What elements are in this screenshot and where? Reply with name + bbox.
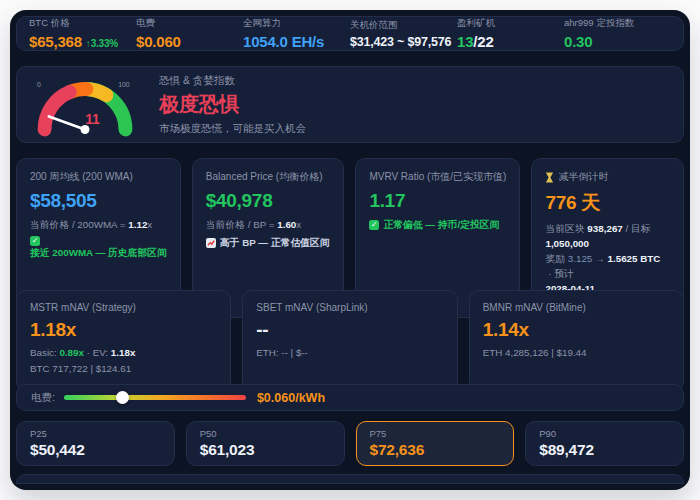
stat-label: ahr999 定投指数 bbox=[564, 17, 671, 30]
stat-label: 全网算力 bbox=[243, 17, 350, 30]
block-height: 938,267 bbox=[587, 222, 622, 236]
percentile-value: $61,023 bbox=[200, 441, 331, 459]
fear-greed-card: 0 100 11 恐惧 & 贪婪指数 极度恐惧 市场极度恐慌，可能是买入机会 bbox=[16, 66, 684, 143]
stat-label: 关机价范围 bbox=[350, 19, 457, 32]
gauge-needle bbox=[49, 116, 85, 129]
sbet-title: SBET mNAV (SharpLink) bbox=[256, 302, 443, 313]
hourglass-icon bbox=[545, 172, 554, 183]
mstr-mnav-card: MSTR mNAV (Strategy) 1.18x Basic: 0.89x … bbox=[16, 290, 231, 392]
mvrv-title: MVRV Ratio (市值/已实现市值) bbox=[369, 170, 506, 184]
bp-ratio-value: 1.60 bbox=[277, 218, 296, 232]
percentile-label: P75 bbox=[370, 428, 501, 439]
reward-arrow: → bbox=[592, 252, 607, 266]
electricity-value: $0.060 bbox=[136, 33, 243, 50]
percentile-p50[interactable]: P50 $61,023 bbox=[186, 421, 345, 466]
mstr-basic-label: Basic: bbox=[30, 346, 59, 360]
gauge-pivot bbox=[81, 125, 90, 134]
sbet-holdings: ETH: -- | $-- bbox=[256, 346, 443, 360]
top-stats-bar: BTC 价格 $65,368↑3.33% 电费 $0.060 全网算力 1054… bbox=[16, 16, 684, 51]
mnav-cards-row: MSTR mNAV (Strategy) 1.18x Basic: 0.89x … bbox=[16, 290, 684, 374]
mstr-title: MSTR mNAV (Strategy) bbox=[30, 302, 217, 313]
sbet-mnav-card: SBET mNAV (SharpLink) -- ETH: -- | $-- bbox=[242, 290, 457, 392]
reward-old: 3.125 bbox=[568, 252, 593, 266]
percentile-value: $89,472 bbox=[539, 441, 670, 459]
bp-value: $40,978 bbox=[206, 190, 331, 212]
wma-title: 200 周均线 (200 WMA) bbox=[30, 170, 167, 184]
electricity-slider-label: 电费: bbox=[31, 391, 55, 405]
halving-title: 减半倒计时 bbox=[558, 170, 608, 184]
electricity-slider[interactable] bbox=[64, 395, 246, 400]
stat-label: BTC 价格 bbox=[29, 17, 136, 30]
gauge-max-label: 100 bbox=[118, 80, 130, 87]
shutdown-range-value: $31,423 ~ $97,576 bbox=[350, 35, 457, 49]
check-icon: ✓ bbox=[30, 236, 40, 246]
wma-note: 接近 200WMA — 历史底部区间 bbox=[30, 246, 167, 260]
gauge-min-label: 0 bbox=[37, 80, 41, 87]
stat-hashrate: 全网算力 1054.0 EH/s bbox=[243, 17, 350, 50]
electricity-slider-card: 电费: $0.060/kWh bbox=[16, 384, 684, 411]
bp-ratio-prefix: 当前价格 / BP = bbox=[206, 218, 277, 232]
mvrv-note: 正常偏低 — 持币/定投区间 bbox=[383, 218, 499, 232]
next-section-sliver bbox=[16, 474, 684, 484]
sbet-value: -- bbox=[256, 319, 443, 341]
bp-ratio-suffix: x bbox=[296, 218, 301, 232]
percentile-label: P90 bbox=[539, 428, 670, 439]
mstr-basic-value: 0.89x bbox=[59, 346, 84, 360]
fear-greed-gauge-icon: 0 100 11 bbox=[31, 72, 139, 138]
block-prefix: 当前区块 bbox=[545, 222, 587, 236]
metric-cards-row: 200 周均线 (200 WMA) $58,505 当前价格 / 200WMA … bbox=[16, 158, 684, 278]
percentile-cards-row: P25 $50,442 P50 $61,023 P75 $72,636 P90 … bbox=[16, 421, 684, 463]
percentile-p90[interactable]: P90 $89,472 bbox=[525, 421, 684, 466]
stat-btc-price: BTC 价格 $65,368↑3.33% bbox=[29, 17, 136, 50]
stat-shutdown-range: 关机价范围 $31,423 ~ $97,576 bbox=[350, 19, 457, 49]
stat-ahr999: ahr999 定投指数 0.30 bbox=[564, 17, 671, 50]
mvrv-value: 1.17 bbox=[369, 190, 506, 212]
percentile-label: P25 bbox=[30, 428, 161, 439]
electricity-slider-thumb[interactable] bbox=[116, 391, 129, 404]
mstr-value: 1.18x bbox=[30, 319, 217, 341]
separator: · bbox=[84, 346, 93, 360]
stat-label: 电费 bbox=[136, 17, 243, 30]
mstr-ev-value: 1.18x bbox=[111, 346, 136, 360]
reward-suffix: · 预计 bbox=[545, 267, 573, 281]
btc-mining-dashboard: BTC 价格 $65,368↑3.33% 电费 $0.060 全网算力 1054… bbox=[10, 10, 690, 490]
bmnr-title: BMNR mNAV (BitMine) bbox=[483, 302, 670, 313]
reward-new: 1.5625 BTC bbox=[608, 252, 661, 266]
bmnr-holdings: ETH 4,285,126 | $19.44 bbox=[483, 346, 670, 360]
electricity-slider-value: $0.060/kWh bbox=[257, 391, 325, 405]
check-icon: ✓ bbox=[369, 220, 379, 230]
percentile-value: $72,636 bbox=[370, 441, 501, 459]
percentile-value: $50,442 bbox=[30, 441, 161, 459]
fear-greed-description: 市场极度恐慌，可能是买入机会 bbox=[159, 122, 306, 136]
stat-profitable-miners: 盈利矿机 13/22 bbox=[457, 17, 564, 50]
bp-title: Balanced Price (均衡价格) bbox=[206, 170, 331, 184]
stat-label: 盈利矿机 bbox=[457, 17, 564, 30]
btc-price-value: $65,368 bbox=[29, 33, 82, 50]
fear-greed-status: 极度恐惧 bbox=[159, 91, 306, 118]
block-target: 1,050,000 bbox=[545, 237, 670, 251]
mstr-holdings: BTC 717,722 | $124.61 bbox=[30, 362, 217, 376]
ahr999-value: 0.30 bbox=[564, 33, 671, 50]
stat-electricity: 电费 $0.060 bbox=[136, 17, 243, 50]
block-suffix: / 目标 bbox=[623, 222, 651, 236]
bmnr-value: 1.14x bbox=[483, 319, 670, 341]
hashrate-value: 1054.0 EH/s bbox=[243, 33, 350, 50]
wma-value: $58,505 bbox=[30, 190, 167, 212]
fear-greed-title: 恐惧 & 贪婪指数 bbox=[159, 74, 306, 88]
percentile-p25[interactable]: P25 $50,442 bbox=[16, 421, 175, 466]
chart-up-icon bbox=[206, 238, 216, 248]
gauge-value: 11 bbox=[85, 111, 100, 127]
reward-prefix: 奖励 bbox=[545, 252, 567, 266]
wma-ratio-value: 1.12 bbox=[128, 218, 147, 232]
profitable-total: /22 bbox=[473, 33, 493, 50]
halving-value: 776 天 bbox=[545, 190, 670, 216]
percentile-label: P50 bbox=[200, 428, 331, 439]
percentile-p75-selected[interactable]: P75 $72,636 bbox=[356, 421, 515, 466]
profitable-count: 13 bbox=[457, 33, 473, 50]
mstr-ev-label: EV: bbox=[93, 346, 111, 360]
wma-ratio-prefix: 当前价格 / 200WMA = bbox=[30, 218, 128, 232]
btc-price-delta: ↑3.33% bbox=[86, 38, 118, 49]
wma-ratio-suffix: x bbox=[147, 218, 152, 232]
bp-note: 高于 BP — 正常估值区间 bbox=[220, 236, 330, 250]
bmnr-mnav-card: BMNR mNAV (BitMine) 1.14x ETH 4,285,126 … bbox=[469, 290, 684, 392]
